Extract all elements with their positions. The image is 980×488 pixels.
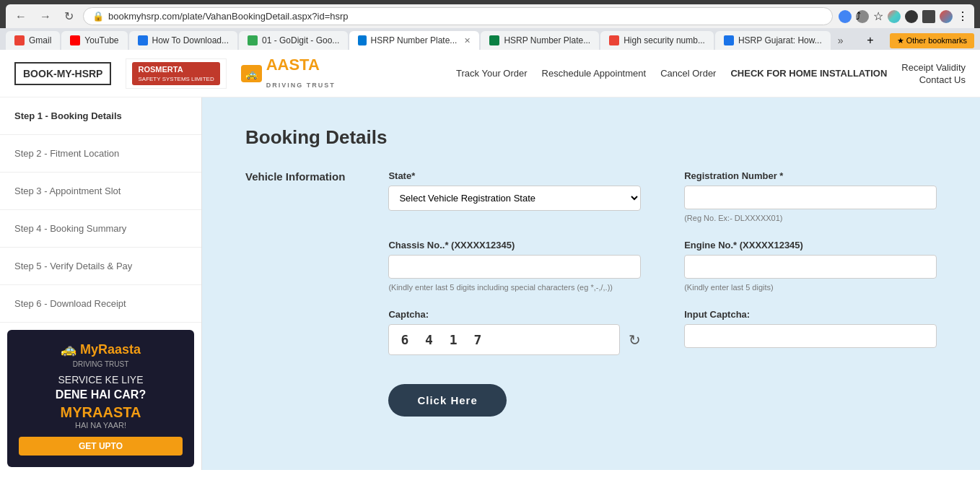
captcha-row: 6 4 1 7 ↻ bbox=[388, 324, 641, 355]
share-icon[interactable]: ⤴ bbox=[856, 10, 869, 23]
logo-book-my-hsrp[interactable]: BOOK-MY-HSRP bbox=[14, 62, 111, 85]
site-header: BOOK-MY-HSRP ROSMERTA SAFETY SYSTEMS LIM… bbox=[0, 50, 980, 97]
tab-hsrp2[interactable]: HSRP Number Plate... bbox=[481, 31, 599, 50]
captcha-display: 6 4 1 7 bbox=[388, 324, 620, 355]
tab-howto[interactable]: How To Download... bbox=[129, 31, 238, 50]
address-bar[interactable]: 🔒 bookmyhsrp.com/plate/VahanBookingDetai… bbox=[83, 7, 833, 25]
extension2-icon bbox=[905, 10, 918, 23]
godigit-favicon bbox=[248, 35, 258, 45]
input-captcha-field-group: Input Captcha: bbox=[684, 309, 937, 355]
sidebar: Step 1 - Booking Details Step 2 - Fitmen… bbox=[0, 97, 202, 470]
chassis-hint: (Kindly enter last 5 digits including sp… bbox=[388, 283, 641, 292]
aasta-icon: 🚕 bbox=[241, 65, 262, 82]
sidebar-step-1[interactable]: Step 1 - Booking Details bbox=[0, 97, 201, 135]
input-captcha-input[interactable] bbox=[684, 324, 937, 348]
nav-home-installation[interactable]: CHECK FOR HOME INSTALLATION bbox=[730, 68, 887, 79]
tab-close-icon[interactable]: ✕ bbox=[464, 36, 471, 45]
vehicle-info-label: Vehicle Information bbox=[245, 170, 345, 183]
tab-hsrpguj-label: HSRP Gujarat: How... bbox=[738, 35, 822, 45]
extension-icon bbox=[888, 10, 901, 23]
engine-field-group: Engine No.* (XXXXX12345) (Kindly enter l… bbox=[684, 240, 937, 292]
captcha-label: Captcha: bbox=[388, 309, 641, 320]
tab-youtube-label: YouTube bbox=[84, 35, 118, 45]
tab-hsrp2-label: HSRP Number Plate... bbox=[504, 35, 590, 45]
browser-icons: ⤴ ☆ ⋮ bbox=[839, 9, 968, 23]
page: BOOK-MY-HSRP ROSMERTA SAFETY SYSTEMS LIM… bbox=[0, 50, 980, 470]
chassis-field-group: Chassis No..* (XXXXX12345) (Kindly enter… bbox=[388, 240, 641, 292]
submit-section: Click Here bbox=[388, 377, 937, 417]
logo-rosmerta: ROSMERTA SAFETY SYSTEMS LIMITED bbox=[126, 58, 226, 89]
tab-howto-label: How To Download... bbox=[152, 35, 229, 45]
chassis-input[interactable] bbox=[388, 255, 641, 279]
extension3-icon bbox=[922, 10, 935, 23]
ad-cta-button[interactable]: GET UPTO bbox=[19, 437, 183, 456]
sidebar-ad: 🚕 MyRaasta DRIVING TRUST SERVICE KE LIYE… bbox=[7, 330, 194, 467]
engine-label: Engine No.* (XXXXX12345) bbox=[684, 240, 937, 250]
profile-icon bbox=[940, 10, 953, 23]
rosmerta-label: ROSMERTA SAFETY SYSTEMS LIMITED bbox=[132, 62, 219, 85]
captcha-refresh-button[interactable]: ↻ bbox=[629, 331, 641, 349]
nav-track-order[interactable]: Track Your Order bbox=[456, 68, 528, 79]
input-captcha-label: Input Captcha: bbox=[684, 309, 937, 320]
tab-hsrpguj[interactable]: HSRP Gujarat: How... bbox=[715, 31, 831, 50]
ad-tagline: DRIVING TRUST bbox=[19, 360, 183, 368]
logo-aasta: 🚕 AASTA DRIVING TRUST bbox=[241, 56, 336, 91]
sidebar-step-4[interactable]: Step 4 - Booking Summary bbox=[0, 210, 201, 248]
reload-button[interactable]: ↻ bbox=[61, 8, 77, 25]
tab-hsrp1[interactable]: HSRP Number Plate... ✕ bbox=[349, 31, 479, 50]
page-title: Booking Details bbox=[245, 126, 937, 149]
form-grid: State* Select Vehicle Registration State… bbox=[388, 170, 937, 355]
url-text: bookmyhsrp.com/plate/VahanBookingDetail.… bbox=[108, 11, 349, 22]
nav-cancel-order[interactable]: Cancel Order bbox=[660, 68, 716, 79]
forward-button[interactable]: → bbox=[36, 9, 55, 25]
ad-logo: 🚕 MyRaasta bbox=[19, 341, 183, 357]
ad-brand-name: MYRAASTA bbox=[19, 404, 183, 421]
aasta-tagline: DRIVING TRUST bbox=[266, 82, 336, 89]
submit-button[interactable]: Click Here bbox=[388, 384, 506, 417]
lock-icon: 🔒 bbox=[92, 11, 104, 22]
reg-number-input[interactable] bbox=[684, 186, 937, 209]
tab-gmail-label: Gmail bbox=[29, 35, 51, 45]
reg-number-label: Registration Number * bbox=[684, 170, 937, 181]
aasta-brand: AASTA bbox=[266, 56, 320, 74]
ad-service-text: SERVICE KE LIYE bbox=[19, 374, 183, 385]
howto-favicon bbox=[138, 35, 148, 45]
tab-youtube[interactable]: YouTube bbox=[61, 31, 127, 50]
gmail-favicon bbox=[14, 35, 25, 45]
reg-number-field-group: Registration Number * (Reg No. Ex:- DLXX… bbox=[684, 170, 937, 222]
menu-icon[interactable]: ⋮ bbox=[957, 9, 968, 23]
tab-hsrp1-label: HSRP Number Plate... bbox=[371, 35, 458, 45]
state-field-group: State* Select Vehicle Registration State… bbox=[388, 170, 641, 222]
back-button[interactable]: ← bbox=[12, 9, 30, 25]
hsrpguj-favicon bbox=[724, 35, 734, 45]
tab-godigit-label: 01 - GoDigit - Goo... bbox=[262, 35, 339, 45]
more-tabs-button[interactable]: » bbox=[832, 32, 849, 49]
sidebar-step-3[interactable]: Step 3 - Appointment Slot bbox=[0, 173, 201, 210]
sidebar-step-5[interactable]: Step 5 - Verify Details & Pay bbox=[0, 248, 201, 285]
engine-hint: (Kindly enter last 5 digits) bbox=[684, 283, 937, 292]
nav-receipt-validity[interactable]: Receipt Validity bbox=[901, 62, 966, 73]
sidebar-step-2[interactable]: Step 2 - Fitment Location bbox=[0, 135, 201, 173]
hsrp1-favicon bbox=[358, 35, 366, 45]
tab-gmail[interactable]: Gmail bbox=[6, 31, 60, 50]
captcha-field-group: Captcha: 6 4 1 7 ↻ bbox=[388, 309, 641, 355]
youtube-favicon bbox=[70, 35, 80, 45]
main-layout: Step 1 - Booking Details Step 2 - Fitmen… bbox=[0, 97, 980, 470]
ad-sub-text: HAI NA YAAR! bbox=[19, 421, 183, 430]
nav-reschedule[interactable]: Reschedule Appointment bbox=[542, 68, 647, 79]
bookmark-star-icon[interactable]: ☆ bbox=[873, 9, 883, 23]
sidebar-step-6[interactable]: Step 6 - Download Receipt bbox=[0, 285, 201, 323]
other-bookmarks[interactable]: ★ Other bookmarks bbox=[890, 33, 974, 48]
reg-number-hint: (Reg No. Ex:- DLXXXXX01) bbox=[684, 214, 937, 222]
state-label: State* bbox=[388, 170, 641, 181]
highsec-favicon bbox=[609, 35, 619, 45]
tab-godigit[interactable]: 01 - GoDigit - Goo... bbox=[239, 31, 348, 50]
tab-highsec[interactable]: High security numb... bbox=[600, 31, 714, 50]
browser-toolbar: ← → ↻ 🔒 bookmyhsrp.com/plate/VahanBookin… bbox=[6, 4, 974, 28]
state-select[interactable]: Select Vehicle Registration State Andhra… bbox=[388, 186, 641, 211]
engine-input[interactable] bbox=[684, 255, 937, 279]
hsrp2-favicon bbox=[489, 35, 499, 45]
nav-contact-us[interactable]: Contact Us bbox=[919, 74, 966, 85]
content-area: Booking Details Vehicle Information Stat… bbox=[202, 97, 980, 470]
new-tab-button[interactable]: + bbox=[859, 31, 880, 50]
